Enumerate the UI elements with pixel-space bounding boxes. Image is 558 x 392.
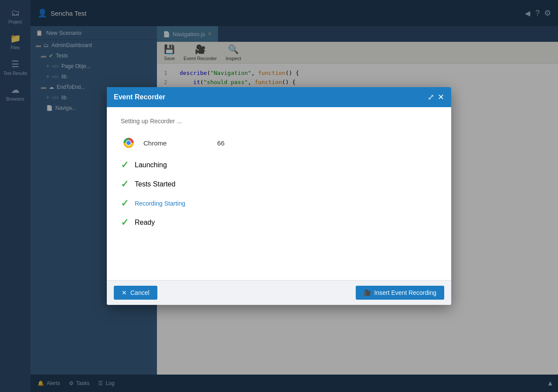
event-recorder-modal: Event Recorder ⤢ ✕ Setting up Recorder .…: [107, 87, 451, 305]
checkmark-icon: ✓: [121, 179, 129, 190]
step-recording-starting: ✓ Recording Starting: [121, 198, 437, 209]
step-launching: ✓ Launching: [121, 159, 437, 171]
modal-close-button[interactable]: ✕: [438, 92, 444, 102]
step-label: Tests Started: [135, 180, 175, 188]
checkmark-icon: ✓: [121, 159, 129, 171]
insert-video-icon: 🎥: [364, 289, 371, 296]
step-tests-started: ✓ Tests Started: [121, 179, 437, 190]
step-ready: ✓ Ready: [121, 217, 437, 228]
modal-title: Event Recorder: [114, 93, 165, 101]
modal-overlay: Event Recorder ⤢ ✕ Setting up Recorder .…: [0, 0, 558, 392]
browser-name: Chrome: [143, 139, 167, 147]
step-label: Launching: [135, 161, 167, 169]
insert-event-recording-button[interactable]: 🎥 Insert Event Recording: [356, 286, 444, 300]
modal-header-actions: ⤢ ✕: [428, 92, 444, 102]
cancel-button[interactable]: ✕ Cancel: [114, 286, 157, 300]
checkmark-icon: ✓: [121, 198, 129, 209]
modal-expand-button[interactable]: ⤢: [428, 92, 434, 102]
browser-row: Chrome 66: [121, 135, 437, 151]
insert-label: Insert Event Recording: [374, 289, 436, 296]
setting-up-text: Setting up Recorder ...: [121, 118, 437, 125]
cancel-label: Cancel: [130, 289, 150, 296]
step-label: Recording Starting: [135, 200, 185, 207]
modal-body: Setting up Recorder ... Chrome 66: [107, 107, 451, 280]
step-label: Ready: [135, 219, 155, 226]
modal-header: Event Recorder ⤢ ✕: [107, 87, 451, 107]
browser-version: 66: [217, 139, 225, 147]
cancel-x-icon: ✕: [122, 289, 127, 296]
svg-point-3: [126, 141, 131, 145]
modal-footer: ✕ Cancel 🎥 Insert Event Recording: [107, 280, 451, 305]
chrome-icon: [121, 135, 136, 151]
checkmark-icon: ✓: [121, 217, 129, 228]
